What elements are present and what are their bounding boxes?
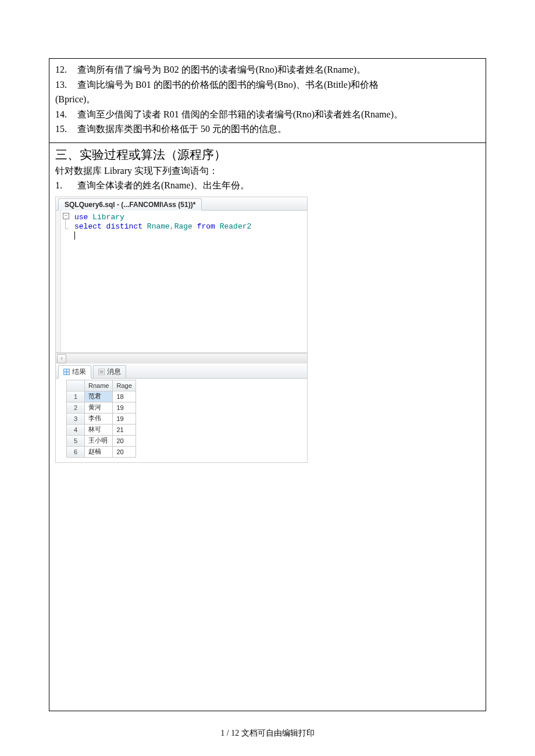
solution-cell: 三、实验过程或算法（源程序） 针对数据库 Library 实现下列查询语句： 1… (49, 143, 486, 711)
table-row[interactable]: 3 李伟 19 (67, 413, 136, 424)
editor-tab[interactable]: SQLQuery6.sql - (...FANCOMI\Ass (51))* (58, 198, 202, 211)
tab-results[interactable]: 结果 (58, 365, 91, 379)
col-rname[interactable]: Rname (85, 380, 113, 391)
question-12: 12. 查询所有借了编号为 B02 的图书的读者编号(Rno)和读者姓名(Rna… (55, 62, 480, 77)
results-grid[interactable]: Rname Rage 1 范君 18 (66, 380, 136, 458)
kw-distinct: distinct (102, 222, 142, 231)
question-number: 15. (55, 122, 72, 137)
horizontal-scrollbar[interactable]: ‹ (56, 353, 307, 363)
cell-rname[interactable]: 林可 (85, 424, 113, 435)
page-icon (98, 369, 105, 375)
ssms-screenshot: SQLQuery6.sql - (...FANCOMI\Ass (51))* −… (55, 197, 308, 463)
cell-rage[interactable]: 19 (113, 402, 135, 413)
question-number: 12. (55, 62, 72, 77)
question-text: 查询数据库类图书和价格低于 50 元的图书的信息。 (77, 122, 480, 137)
code-line-2: select distinct Rname,Rage from Reader2 (62, 222, 304, 231)
cell-rage[interactable]: 19 (113, 413, 135, 424)
table-row[interactable]: 2 黄河 19 (67, 402, 136, 413)
text-cursor (74, 231, 75, 240)
kw-select: select (74, 222, 102, 231)
question-number: 1. (55, 179, 72, 193)
grid-header-row: Rname Rage (67, 380, 136, 391)
code-line-1: use Library (62, 213, 304, 222)
question-text: 查询全体读者的姓名(Rname)、出生年份。 (77, 179, 480, 193)
question-text: 查询至少借阅了读者 R01 借阅的全部书籍的读者编号(Rno)和读者姓名(Rna… (77, 107, 480, 122)
grid-body: 1 范君 18 2 黄河 19 3 (67, 391, 136, 457)
tab-results-label: 结果 (72, 367, 86, 377)
cell-rage[interactable]: 18 (113, 391, 135, 402)
scroll-left-arrow-icon[interactable]: ‹ (57, 354, 66, 363)
page: 12. 查询所有借了编号为 B02 的图书的读者编号(Rno)和读者姓名(Rna… (0, 0, 535, 756)
table-row[interactable]: 1 范君 18 (67, 391, 136, 402)
comma: , (170, 222, 174, 231)
table-row[interactable]: 6 赵楠 20 (67, 446, 136, 457)
question-text: 查询所有借了编号为 B02 的图书的读者编号(Rno)和读者姓名(Rname)。 (77, 62, 480, 77)
question-number: 13. (55, 77, 72, 92)
section-title: 三、实验过程或算法（源程序） (55, 147, 480, 163)
cell-rname[interactable]: 黄河 (85, 402, 113, 413)
cell-rname[interactable]: 李伟 (85, 413, 113, 424)
question-number: 14. (55, 107, 72, 122)
cell-rname[interactable]: 王小明 (85, 435, 113, 446)
table-row[interactable]: 5 王小明 20 (67, 435, 136, 446)
section-intro: 针对数据库 Library 实现下列查询语句： (55, 164, 480, 179)
grid-corner (67, 380, 85, 391)
row-number: 3 (67, 413, 85, 424)
cell-rage[interactable]: 20 (113, 446, 135, 457)
cell-rname[interactable]: 范君 (85, 391, 113, 402)
grid-icon (63, 369, 70, 375)
fold-toggle-icon[interactable]: − (63, 213, 69, 219)
row-number: 1 (67, 391, 85, 402)
row-number: 4 (67, 424, 85, 435)
editor-tabstrip: SQLQuery6.sql - (...FANCOMI\Ass (51))* (56, 197, 307, 211)
question-14: 14. 查询至少借阅了读者 R01 借阅的全部书籍的读者编号(Rno)和读者姓名… (55, 107, 480, 122)
question-13: 13. 查询比编号为 B01 的图书的价格低的图书的编号(Bno)、书名(Bti… (55, 77, 480, 92)
row-number: 6 (67, 446, 85, 457)
row-number: 5 (67, 435, 85, 446)
row-number: 2 (67, 402, 85, 413)
results-grid-wrap: Rname Rage 1 范君 18 (56, 379, 307, 462)
fold-guide-end (65, 229, 69, 229)
ident-rname: Rname (142, 222, 170, 231)
sql-editor[interactable]: − use Library select distinct Rname,Rage… (56, 211, 307, 353)
question-13-cont: (Bprice)。 (55, 92, 480, 107)
table-row[interactable]: 4 林可 21 (67, 424, 136, 435)
kw-use: use (74, 213, 88, 222)
kw-from: from (197, 222, 215, 231)
sub-question-1: 1. 查询全体读者的姓名(Rname)、出生年份。 (55, 179, 480, 193)
content-frame: 12. 查询所有借了编号为 B02 的图书的读者编号(Rno)和读者姓名(Rna… (49, 58, 486, 711)
questions-cell: 12. 查询所有借了编号为 B02 的图书的读者编号(Rno)和读者姓名(Rna… (49, 59, 486, 143)
question-list: 12. 查询所有借了编号为 B02 的图书的读者编号(Rno)和读者姓名(Rna… (55, 62, 480, 137)
cell-rage[interactable]: 21 (113, 424, 135, 435)
results-panel: 结果 消息 Rname (56, 363, 307, 462)
ident-rage: Rage (174, 222, 197, 231)
cell-rage[interactable]: 20 (113, 435, 135, 446)
tab-messages-label: 消息 (107, 367, 121, 377)
page-footer: 1 / 12 文档可自由编辑打印 (0, 728, 535, 739)
col-rage[interactable]: Rage (113, 380, 135, 391)
results-tabstrip: 结果 消息 (56, 363, 307, 379)
ident-library: Library (88, 213, 124, 222)
question-text: 查询比编号为 B01 的图书的价格低的图书的编号(Bno)、书名(Btitle)… (77, 77, 480, 92)
fold-guide (65, 219, 66, 229)
question-15: 15. 查询数据库类图书和价格低于 50 元的图书的信息。 (55, 122, 480, 137)
tab-messages[interactable]: 消息 (93, 365, 126, 379)
editor-gutter (56, 211, 61, 352)
ident-reader2: Reader2 (215, 222, 251, 231)
cell-rname[interactable]: 赵楠 (85, 446, 113, 457)
